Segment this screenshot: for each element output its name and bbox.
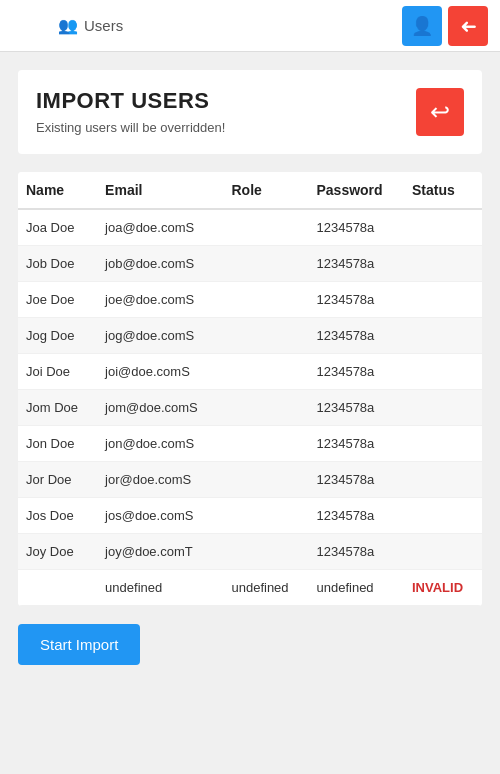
cell-3: 1234578a (308, 498, 404, 534)
page-title: IMPORT USERS (36, 88, 225, 114)
navbar-left: 🖐 👥 Users (12, 8, 123, 44)
back-button[interactable]: ↩ (416, 88, 464, 136)
col-name: Name (18, 172, 97, 209)
navbar: 🖐 👥 Users 👤 ➜ (0, 0, 500, 52)
cell-1: joe@doe.comS (97, 282, 223, 318)
cell-3: undefined (308, 570, 404, 606)
import-card-text: IMPORT USERS Existing users will be over… (36, 88, 225, 135)
cell-0: Jos Doe (18, 498, 97, 534)
cell-1: joa@doe.comS (97, 209, 223, 246)
table-row: Joy Doejoy@doe.comT1234578a (18, 534, 482, 570)
table-row: Job Doejob@doe.comS1234578a (18, 246, 482, 282)
app-logo: 🖐 (12, 8, 48, 44)
cell-2 (223, 390, 308, 426)
cell-4 (404, 534, 482, 570)
table-row: Joi Doejoi@doe.comS1234578a (18, 354, 482, 390)
cell-0: Joi Doe (18, 354, 97, 390)
cell-4 (404, 426, 482, 462)
cell-4 (404, 462, 482, 498)
svg-rect-0 (14, 10, 46, 42)
main-content: IMPORT USERS Existing users will be over… (0, 52, 500, 683)
col-email: Email (97, 172, 223, 209)
cell-2: undefined (223, 570, 308, 606)
cell-0: Jom Doe (18, 390, 97, 426)
cell-3: 1234578a (308, 246, 404, 282)
cell-1: jom@doe.comS (97, 390, 223, 426)
cell-0: Jog Doe (18, 318, 97, 354)
cell-4 (404, 354, 482, 390)
col-role: Role (223, 172, 308, 209)
back-icon: ↩ (430, 98, 450, 126)
user-icon: 👤 (411, 15, 433, 37)
cell-3: 1234578a (308, 354, 404, 390)
user-profile-button[interactable]: 👤 (402, 6, 442, 46)
cell-2 (223, 209, 308, 246)
col-password: Password (308, 172, 404, 209)
import-card: IMPORT USERS Existing users will be over… (18, 70, 482, 154)
cell-3: 1234578a (308, 462, 404, 498)
table-header-row: Name Email Role Password Status (18, 172, 482, 209)
cell-1: jos@doe.comS (97, 498, 223, 534)
users-icon: 👥 (58, 16, 78, 35)
navbar-actions: 👤 ➜ (402, 6, 488, 46)
logout-icon: ➜ (460, 14, 477, 38)
cell-0: Jor Doe (18, 462, 97, 498)
cell-2 (223, 282, 308, 318)
cell-0: Joe Doe (18, 282, 97, 318)
table-row: Jos Doejos@doe.comS1234578a (18, 498, 482, 534)
cell-2 (223, 426, 308, 462)
cell-4 (404, 282, 482, 318)
cell-1: joy@doe.comT (97, 534, 223, 570)
cell-3: 1234578a (308, 318, 404, 354)
table-row: Jog Doejog@doe.comS1234578a (18, 318, 482, 354)
cell-1: jon@doe.comS (97, 426, 223, 462)
users-table: Name Email Role Password Status Joa Doej… (18, 172, 482, 606)
table-row: Jom Doejom@doe.comS1234578a (18, 390, 482, 426)
cell-1: joi@doe.comS (97, 354, 223, 390)
cell-4: INVALID (404, 570, 482, 606)
cell-2 (223, 354, 308, 390)
table-row: Joe Doejoe@doe.comS1234578a (18, 282, 482, 318)
import-subtitle: Existing users will be overridden! (36, 120, 225, 135)
cell-4 (404, 498, 482, 534)
cell-4 (404, 246, 482, 282)
cell-1: jor@doe.comS (97, 462, 223, 498)
cell-0: Jon Doe (18, 426, 97, 462)
cell-3: 1234578a (308, 209, 404, 246)
cell-3: 1234578a (308, 426, 404, 462)
navbar-title: 👥 Users (58, 16, 123, 35)
cell-2 (223, 462, 308, 498)
cell-3: 1234578a (308, 282, 404, 318)
table-body: Joa Doejoa@doe.comS1234578aJob Doejob@do… (18, 209, 482, 606)
cell-2 (223, 498, 308, 534)
start-import-button[interactable]: Start Import (18, 624, 140, 665)
import-card-header: IMPORT USERS Existing users will be over… (36, 88, 464, 136)
cell-0 (18, 570, 97, 606)
cell-0: Job Doe (18, 246, 97, 282)
cell-4 (404, 318, 482, 354)
cell-1: jog@doe.comS (97, 318, 223, 354)
cell-0: Joa Doe (18, 209, 97, 246)
table-row: Jor Doejor@doe.comS1234578a (18, 462, 482, 498)
table-row: undefinedundefinedundefinedINVALID (18, 570, 482, 606)
cell-3: 1234578a (308, 534, 404, 570)
users-table-wrapper: Name Email Role Password Status Joa Doej… (18, 172, 482, 606)
cell-1: job@doe.comS (97, 246, 223, 282)
cell-2 (223, 318, 308, 354)
cell-3: 1234578a (308, 390, 404, 426)
cell-2 (223, 534, 308, 570)
cell-4 (404, 209, 482, 246)
cell-2 (223, 246, 308, 282)
table-row: Joa Doejoa@doe.comS1234578a (18, 209, 482, 246)
cell-0: Joy Doe (18, 534, 97, 570)
logout-button[interactable]: ➜ (448, 6, 488, 46)
table-row: Jon Doejon@doe.comS1234578a (18, 426, 482, 462)
cell-4 (404, 390, 482, 426)
cell-1: undefined (97, 570, 223, 606)
col-status: Status (404, 172, 482, 209)
